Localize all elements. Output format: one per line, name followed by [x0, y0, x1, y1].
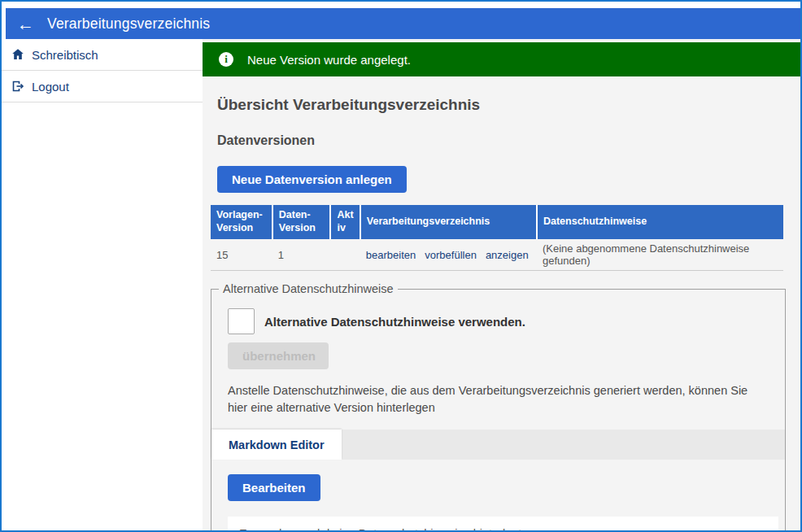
- logout-icon: [11, 80, 24, 93]
- sidebar-item-label: Logout: [32, 80, 69, 94]
- cell-aktiv: [330, 239, 360, 271]
- cell-daten-version: 1: [272, 239, 331, 271]
- success-banner: i Neue Version wurde angelegt.: [203, 42, 800, 76]
- sidebar: Schreibtisch Logout: [2, 39, 203, 530]
- fieldset-description: Anstelle Datenschutzhinweise, die aus de…: [228, 382, 769, 416]
- dataversions-table: Vorlagen-Version Daten-Version Aktiv Ver…: [211, 205, 783, 271]
- page-title: Übersicht Verarbeitungsverzeichnis: [217, 96, 786, 114]
- table-row: 15 1 bearbeitenvorbefüllenanzeigen (Kein…: [211, 239, 783, 271]
- alternative-hints-fieldset: Alternative Datenschutzhinweise Alternat…: [211, 282, 786, 530]
- cell-actions: bearbeitenvorbefüllenanzeigen: [360, 239, 537, 271]
- alternative-hints-checkbox[interactable]: [228, 308, 255, 334]
- no-hints-note: (Keine abgenommene Datenschutzhinweise g…: [543, 242, 749, 267]
- col-header-datenschutzhinweise: Datenschutzhinweise: [537, 205, 783, 239]
- col-header-daten-version: Daten-Version: [272, 205, 331, 239]
- bearbeiten-button[interactable]: Bearbeiten: [228, 474, 320, 501]
- empty-hints-text: Es wurden noch keine Datenschutzhinweise…: [228, 517, 778, 530]
- editor-tabstrip: Markdown Editor: [211, 430, 785, 460]
- back-arrow-icon[interactable]: ←: [17, 15, 34, 33]
- cell-datenschutzhinweise: (Keine abgenommene Datenschutzhinweise g…: [537, 239, 783, 271]
- section-title-datenversionen: Datenversionen: [217, 133, 786, 148]
- vorbefuellen-link[interactable]: vorbefüllen: [425, 249, 477, 261]
- sidebar-item-logout[interactable]: Logout: [2, 71, 203, 102]
- new-dataversion-button[interactable]: Neue Datenversion anlegen: [217, 166, 407, 193]
- home-icon: [11, 48, 24, 61]
- col-header-verarbeitungsverzeichnis: Verarbeitungsverzeichnis: [360, 205, 537, 239]
- anzeigen-link[interactable]: anzeigen: [486, 249, 529, 261]
- sidebar-item-schreibtisch[interactable]: Schreibtisch: [2, 39, 203, 71]
- cell-vorlagen-version: 15: [211, 239, 272, 271]
- bearbeiten-link[interactable]: bearbeiten: [366, 249, 416, 261]
- tab-markdown-editor[interactable]: Markdown Editor: [211, 430, 342, 460]
- window-frame: ← Verarbeitungsverzeichnis Schreibtisch …: [0, 0, 802, 532]
- main-content: i Neue Version wurde angelegt. Übersicht…: [203, 39, 800, 530]
- app-bar: ← Verarbeitungsverzeichnis: [6, 8, 800, 39]
- app-title: Verarbeitungsverzeichnis: [47, 15, 210, 33]
- banner-text: Neue Version wurde angelegt.: [247, 53, 411, 67]
- col-header-vorlagen-version: Vorlagen-Version: [211, 205, 272, 239]
- sidebar-item-label: Schreibtisch: [32, 48, 98, 62]
- col-header-aktiv: Aktiv: [330, 205, 360, 239]
- info-icon: i: [219, 52, 233, 67]
- checkbox-label: Alternative Datenschutzhinweise verwende…: [264, 315, 525, 329]
- fieldset-legend: Alternative Datenschutzhinweise: [219, 282, 398, 295]
- uebernehmen-button[interactable]: übernehmen: [228, 342, 329, 369]
